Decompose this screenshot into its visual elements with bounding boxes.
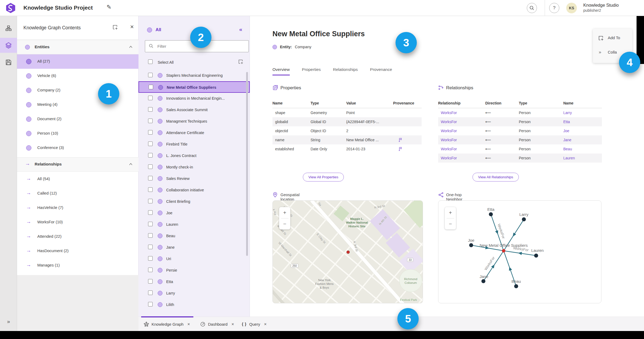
list-item[interactable]: Staplers Mechanical Engineering xyxy=(138,70,250,81)
relationship-type-item[interactable]: → Manages (1) xyxy=(17,258,138,273)
entity-type-item[interactable]: Person (10) xyxy=(17,126,138,141)
checkbox[interactable] xyxy=(148,256,153,261)
close-panel-icon[interactable]: ✕ xyxy=(130,24,134,30)
chevron-up-icon[interactable] xyxy=(129,163,133,166)
relationship-link[interactable]: WorksFor xyxy=(438,129,485,133)
tab-knowledge-graph[interactable]: Knowledge Graph ✕ xyxy=(144,317,190,331)
list-item[interactable]: Uri xyxy=(138,253,250,265)
checkbox[interactable] xyxy=(148,73,153,77)
tab-dashboard[interactable]: Dashboard ✕ xyxy=(200,317,234,331)
checkbox[interactable] xyxy=(148,268,153,272)
list-item[interactable]: Etta xyxy=(138,276,250,288)
view-all-properties-button[interactable]: View All Properties xyxy=(303,173,344,181)
help-button[interactable]: ? xyxy=(549,3,559,13)
collapse-panel-icon[interactable]: « xyxy=(239,26,242,33)
related-entity-link[interactable]: Jane xyxy=(563,138,602,142)
one-hop-link-chart[interactable]: EttaLarryJoeLaurenJaneBeauNew Metal Offi… xyxy=(438,200,601,303)
list-item[interactable]: New Metal Office Suppliers xyxy=(138,81,250,93)
detail-tab[interactable]: Properties xyxy=(302,67,321,75)
relationship-link[interactable]: WorksFor xyxy=(438,111,485,115)
relationship-type-item[interactable]: → HasDocument (2) xyxy=(17,244,138,258)
edit-title-icon[interactable]: ✎ xyxy=(107,4,111,11)
checkbox[interactable] xyxy=(148,164,153,169)
provenance-flag-icon[interactable] xyxy=(398,146,403,151)
zoom-out-button[interactable]: − xyxy=(445,218,456,229)
related-entity-link[interactable]: Beau xyxy=(563,147,602,151)
detail-tab[interactable]: Relationships xyxy=(333,67,358,75)
entity-type-item[interactable]: Document (2) xyxy=(17,112,138,126)
relationship-type-item[interactable]: → HasVehicle (7) xyxy=(17,201,138,215)
relationship-link[interactable]: WorksFor xyxy=(438,147,485,151)
chevron-up-icon[interactable] xyxy=(129,46,133,48)
add-to-menu-item[interactable]: Add To xyxy=(593,34,632,43)
detail-tab[interactable]: Overview xyxy=(272,67,290,75)
checkbox[interactable] xyxy=(148,199,153,203)
close-tab-icon[interactable]: ✕ xyxy=(187,322,190,326)
checkbox[interactable] xyxy=(148,119,153,123)
map[interactable]: k RdW Clay StSaN 3rd StN 4th StMaggie L.… xyxy=(272,200,423,303)
zoom-out-button[interactable]: − xyxy=(279,218,290,229)
list-item[interactable]: Jane xyxy=(138,242,250,253)
zoom-in-button[interactable]: + xyxy=(445,207,456,218)
close-tab-icon[interactable]: ✕ xyxy=(264,322,267,326)
provenance-flag-icon[interactable] xyxy=(398,137,403,142)
relationship-link[interactable]: WorksFor xyxy=(438,156,485,160)
relationship-type-item[interactable]: → Called (12) xyxy=(17,186,138,201)
save-rail-button[interactable] xyxy=(0,55,17,70)
list-item[interactable]: Beau xyxy=(138,230,250,242)
list-item[interactable]: Larry xyxy=(138,288,250,299)
entity-type-item[interactable]: Conference (3) xyxy=(17,141,138,155)
list-item[interactable]: Attendance Certificate xyxy=(138,127,250,139)
checkbox[interactable] xyxy=(148,222,153,226)
related-entity-link[interactable]: Lauren xyxy=(563,156,602,160)
list-item[interactable]: Managment Techniques xyxy=(138,116,250,127)
list-item[interactable]: Innovations in Mechanical Engin... xyxy=(138,93,250,104)
view-all-relationships-button[interactable]: View All Relationships xyxy=(472,173,519,181)
zoom-in-button[interactable]: + xyxy=(279,207,290,218)
checkbox[interactable] xyxy=(148,130,153,135)
add-to-new-icon[interactable] xyxy=(112,25,118,30)
list-item[interactable]: Lilith xyxy=(138,299,250,310)
related-entity-link[interactable]: Joe xyxy=(563,129,602,133)
add-to-new-icon[interactable] xyxy=(238,59,243,64)
list-item[interactable]: Persie xyxy=(138,265,250,276)
entity-type-item[interactable]: All (27) xyxy=(17,54,138,69)
scrollbar-thumb[interactable] xyxy=(246,72,248,256)
list-item[interactable]: Firebird Title xyxy=(138,139,250,150)
checkbox[interactable] xyxy=(148,233,153,238)
checkbox[interactable] xyxy=(148,245,153,249)
relationships-section-header[interactable]: → Relationships xyxy=(17,157,138,172)
checkbox[interactable] xyxy=(148,142,153,146)
list-item[interactable]: Collaboration initiative xyxy=(138,184,250,196)
relationship-type-item[interactable]: → All (54) xyxy=(17,172,138,186)
checkbox[interactable] xyxy=(148,210,153,215)
list-item[interactable]: L. Jones Contract xyxy=(138,150,250,162)
list-item[interactable]: Client Briefing xyxy=(138,196,250,207)
select-all-checkbox[interactable] xyxy=(148,59,153,64)
checkbox[interactable] xyxy=(148,176,153,180)
avatar[interactable]: KS xyxy=(566,3,577,13)
list-item[interactable]: Sales Associate Summit xyxy=(138,104,250,116)
list-item[interactable]: Lauren xyxy=(138,219,250,230)
checkbox[interactable] xyxy=(148,290,153,295)
checkbox[interactable] xyxy=(148,187,153,192)
checkbox[interactable] xyxy=(148,96,153,100)
user-info[interactable]: Knowledge Studio publisher2 xyxy=(583,2,619,13)
relationship-link[interactable]: WorksFor xyxy=(438,138,485,142)
related-entity-link[interactable]: Etta xyxy=(563,120,602,124)
relationship-link[interactable]: WorksFor xyxy=(438,120,485,124)
relationship-type-item[interactable]: → WorksFor (10) xyxy=(17,215,138,229)
related-entity-link[interactable]: Larry xyxy=(563,111,602,115)
list-item[interactable]: Joe xyxy=(138,207,250,219)
entity-type-item[interactable]: Vehicle (6) xyxy=(17,69,138,83)
list-item[interactable]: Montly check-in xyxy=(138,162,250,173)
layers-rail-button[interactable] xyxy=(0,38,17,53)
checkbox[interactable] xyxy=(148,302,153,306)
detail-tab[interactable]: Provenance xyxy=(370,67,392,75)
entity-type-item[interactable]: Meeting (4) xyxy=(17,98,138,112)
entities-section-header[interactable]: Entities xyxy=(17,40,138,54)
expand-rail-button[interactable]: » xyxy=(0,318,17,325)
checkbox[interactable] xyxy=(148,153,153,158)
checkbox[interactable] xyxy=(149,85,153,89)
entity-type-item[interactable]: Company (2) xyxy=(17,83,138,98)
